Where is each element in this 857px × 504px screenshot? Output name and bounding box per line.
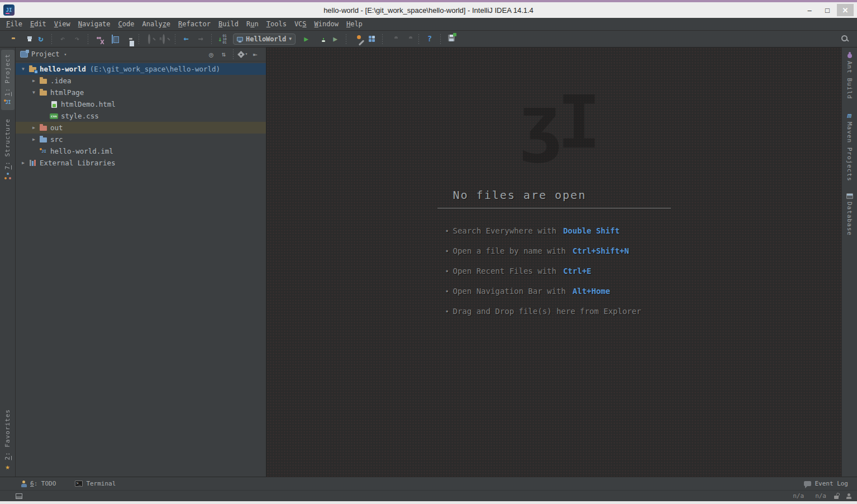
debug-button[interactable] [313, 32, 328, 46]
menu-item-build[interactable]: Build [215, 18, 242, 30]
menu-item-help[interactable]: Help [342, 18, 366, 30]
tips-list: • Search Everywhere with Double Shift • … [437, 226, 671, 316]
tree-row-hello-world[interactable]: hello-world (E:\git_work_space\hello-wor… [16, 63, 266, 75]
right-toolwindow-strip: Ant Build m Maven Projects Database [841, 47, 857, 477]
intellij-window: JI hello-world - [E:\git_work_space\hell… [0, 0, 857, 504]
menu-item-window[interactable]: Window [311, 18, 342, 30]
menu-item-code[interactable]: Code [115, 18, 139, 30]
android-monitor-button[interactable] [401, 32, 415, 46]
open-button[interactable] [4, 32, 19, 46]
menu-item-tools[interactable]: Tools [263, 18, 291, 30]
binary-download-button[interactable]: ↓011001 [215, 32, 230, 46]
toggle-toolwindow-buttons-button[interactable] [16, 493, 22, 499]
synchronize-button[interactable]: ↻ [34, 32, 48, 46]
tree-row-htmldemo-html[interactable]: htmlDemo.html [16, 98, 266, 110]
project-structure-button[interactable] [364, 32, 379, 46]
replace-button[interactable] [157, 32, 172, 46]
toolwindow-button-database[interactable]: Database [843, 189, 856, 240]
tree-row-style-css[interactable]: css style.css [16, 110, 266, 122]
toolwindow-button-1-project[interactable]: 1: Project JI [1, 50, 15, 110]
back-button[interactable]: ← [179, 32, 193, 46]
tree-row-out[interactable]: out [16, 122, 266, 134]
editor-area[interactable]: ʒI No files are open • Search Everywhere… [266, 47, 841, 477]
menu-item-refactor[interactable]: Refactor [174, 18, 215, 30]
status-value: n/a [793, 492, 804, 500]
toolwindow-button-terminal[interactable]: >_ Terminal [73, 477, 118, 490]
maven-icon: m [848, 112, 852, 119]
search-everywhere-button[interactable] [838, 32, 853, 46]
tree-expand-arrow-icon[interactable] [19, 160, 27, 165]
tree-expand-arrow-icon[interactable] [30, 90, 38, 95]
save-all-button[interactable] [19, 32, 34, 46]
shortcut-hint: Double Shift [563, 226, 620, 235]
tree-expand-arrow-icon[interactable] [19, 66, 27, 72]
redo-button[interactable]: ↷ [70, 32, 84, 46]
tree-expand-arrow-icon[interactable] [30, 125, 38, 130]
toolwindow-button-maven-projects[interactable]: m Maven Projects [843, 108, 856, 186]
menu-item-run[interactable]: Run [242, 18, 263, 30]
cut-button[interactable] [92, 32, 106, 46]
tree-expand-arrow-icon[interactable] [30, 78, 38, 83]
settings-button[interactable] [350, 32, 364, 46]
maximize-button[interactable]: □ [819, 4, 836, 16]
coverage-icon: ▶ [333, 35, 337, 43]
hide-icon: ⇤ [253, 51, 258, 58]
bullet-icon: • [445, 308, 453, 316]
separator [346, 34, 346, 44]
tree-row-hello-world-iml[interactable]: JI hello-world.iml [16, 145, 266, 157]
tree-row-external-libraries[interactable]: External Libraries [16, 157, 266, 169]
run-with-coverage-button[interactable]: ▶ [328, 32, 342, 46]
hector-inspector-button[interactable] [846, 493, 851, 499]
menu-item-navigate[interactable]: Navigate [74, 18, 115, 30]
paste-button[interactable] [121, 32, 135, 46]
file-css-icon: css [49, 113, 59, 119]
toolwindow-button-6-todo[interactable]: 6: TODO [19, 477, 58, 490]
menu-item-file[interactable]: File [2, 18, 26, 30]
libraries-icon [27, 160, 38, 166]
copy-button[interactable] [106, 32, 121, 46]
tree-row-htmlpage[interactable]: htmlPage [16, 87, 266, 98]
collapse-all-button[interactable]: ⇅ [217, 49, 230, 60]
left-strip-top: 1: Project JI 7: Structure [1, 47, 15, 183]
bottom-bar-left: 6: TODO >_ Terminal [19, 477, 132, 490]
project-panel-title[interactable]: Project [31, 50, 60, 58]
close-button[interactable]: ✕ [837, 4, 854, 16]
forward-button[interactable]: → [193, 32, 208, 46]
toolbar-left-group: ↻ ↶ ↷ ← → ↓011001 [4, 32, 230, 46]
chevron-down-icon[interactable]: ▾ [64, 52, 67, 57]
file-html-icon [49, 101, 59, 108]
view-options-button[interactable]: ▾ [237, 49, 249, 60]
minimize-button[interactable]: – [801, 4, 818, 16]
menu-item-view[interactable]: View [50, 18, 74, 30]
folder-source-icon [38, 136, 49, 142]
save-as-template-button[interactable] [444, 32, 459, 46]
toolwindow-button-event-log[interactable]: Event Log [802, 480, 850, 487]
menu-item-vcs[interactable]: VCS [291, 18, 311, 30]
run-configuration-select[interactable]: HelloWorld ▼ [233, 34, 296, 45]
toolwindow-button-ant-build[interactable]: Ant Build [843, 50, 856, 103]
editor-tip: • Open Navigation Bar with Alt+Home [437, 287, 671, 296]
editor-tip: • Open a file by name with Ctrl+Shift+N [437, 246, 671, 255]
tree-row-src[interactable]: src [16, 134, 266, 145]
android-deploy-button[interactable] [386, 32, 401, 46]
project-panel-header: Project ▾ ◎ ⇅ ▾ ⇤ [16, 47, 266, 61]
bullet-icon: • [445, 248, 453, 255]
unlock-icon [834, 493, 839, 499]
unlock-button[interactable] [834, 493, 839, 499]
menu-item-analyze[interactable]: Analyze [139, 18, 175, 30]
search-icon [841, 35, 849, 43]
hide-panel-button[interactable]: ⇤ [249, 49, 261, 60]
toolwindow-button-2-favorites[interactable]: 2: Favorites ★ [1, 405, 15, 474]
scroll-to-source-button[interactable]: ◎ [205, 49, 217, 60]
chevron-down-icon: ▼ [289, 36, 292, 41]
run-button[interactable]: ▶ [299, 32, 313, 46]
statusbar-values: n/a n/a [782, 492, 826, 500]
tree-expand-arrow-icon[interactable] [30, 137, 38, 142]
toolwindow-button-7-structure[interactable]: 7: Structure [1, 115, 15, 183]
find-button[interactable] [142, 32, 157, 46]
menu-item-edit[interactable]: Edit [26, 18, 50, 30]
tree-row-idea[interactable]: .idea [16, 75, 266, 87]
undo-button[interactable]: ↶ [55, 32, 70, 46]
help-button[interactable]: ? [422, 32, 437, 46]
terminal-icon: >_ [75, 481, 83, 487]
